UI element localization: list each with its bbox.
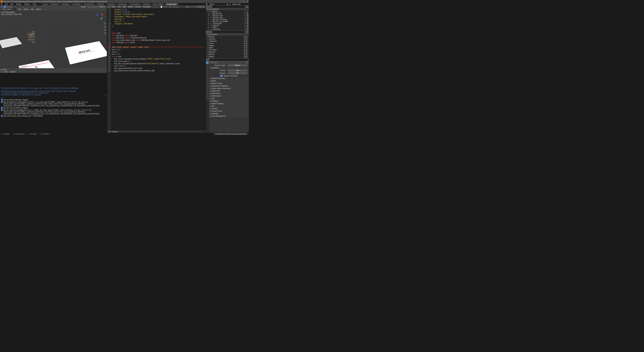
menu-file[interactable]: File xyxy=(4,3,9,5)
perspective-toggle-icon[interactable] xyxy=(104,32,106,34)
texteditor-menu-view[interactable]: View xyxy=(111,6,116,8)
tab-uv-editing[interactable]: UV Editing xyxy=(71,3,82,5)
props-section[interactable]: ▸Screen Space Reflections xyxy=(209,87,249,90)
tab-layout[interactable]: Layout xyxy=(41,3,49,5)
console-menu-view[interactable]: View xyxy=(4,71,8,73)
unlink-icon[interactable]: ⎘ xyxy=(182,6,183,8)
properties-search[interactable] xyxy=(209,59,248,61)
collection-row[interactable]: ▾ ▢ Collection ☑👁 xyxy=(206,10,249,12)
cursor-tool-button[interactable] xyxy=(7,5,9,8)
texteditor-editor-icon[interactable] xyxy=(108,5,110,8)
tab-sculpting[interactable]: Sculpting xyxy=(60,3,70,5)
props-tab-data[interactable] xyxy=(206,91,209,94)
props-tab-world[interactable] xyxy=(206,73,209,76)
snap-dropdown[interactable] xyxy=(94,5,96,8)
tab-scripting[interactable]: Scripting xyxy=(142,3,151,5)
blendfile-search[interactable] xyxy=(212,31,245,33)
props-tab-output[interactable] xyxy=(206,64,209,67)
notification-toast[interactable]: iPrint&Scan: Benachrichtigung einblenden xyxy=(214,133,248,135)
submenu-view[interactable]: View xyxy=(17,8,22,10)
blendfile-editor-icon[interactable] xyxy=(206,31,209,33)
breadcrumb-scene[interactable]: Scene xyxy=(212,61,217,63)
move-tool-button[interactable] xyxy=(10,5,12,8)
pan-icon[interactable] xyxy=(104,25,106,28)
blendfile-display-mode[interactable] xyxy=(209,31,212,33)
snap-toggle[interactable] xyxy=(90,5,93,8)
python-console[interactable]: PYTHON INTERACTIVE CONSOLE 3.9.2 (defaul… xyxy=(0,73,107,133)
zoom-icon[interactable] xyxy=(104,22,106,24)
console-expand-icon[interactable]: ▾ xyxy=(105,95,106,96)
submenu-object[interactable]: Object xyxy=(35,8,42,10)
props-tab-object[interactable] xyxy=(206,76,209,79)
current-file-row[interactable]: ▾ Current File xyxy=(206,33,249,36)
texteditor-menu-templates[interactable]: Templates xyxy=(142,6,152,8)
text-file-dropdown[interactable]: 📄 addon_add_object.py 🛡 ⎘ ✕ xyxy=(160,6,186,8)
scene-name-input[interactable] xyxy=(209,3,226,5)
props-tab-material[interactable] xyxy=(206,94,209,97)
viewport-3d[interactable]: User Orthographic (152) Collection | Pla… xyxy=(0,10,107,68)
console-menu-console[interactable]: Console xyxy=(10,71,16,73)
asset-category-row[interactable]: ▸Objects xyxy=(206,55,249,57)
properties-editor-icon[interactable] xyxy=(206,58,209,61)
menu-window[interactable]: Window xyxy=(23,3,32,5)
texteditor-menu-edit[interactable]: Edit xyxy=(122,6,126,8)
text-editor-body[interactable]: 4567891011121314151617181920212223242526… xyxy=(107,8,206,130)
props-section[interactable]: ▸Grease Pencil xyxy=(209,110,249,112)
outliner-search[interactable] xyxy=(212,6,245,8)
asset-category-row[interactable]: ▸Images xyxy=(206,44,249,47)
line-numbers-toggle[interactable] xyxy=(197,5,200,8)
code-area[interactable]: "version": (1, 0), "blender": (2, 80, 0)… xyxy=(111,8,206,130)
tab-texture-paint[interactable]: Texture Paint xyxy=(82,3,96,5)
props-tab-modifiers[interactable] xyxy=(206,79,209,82)
outliner-editor-icon[interactable] xyxy=(206,5,209,8)
tab-animation[interactable]: Animation xyxy=(106,3,116,5)
object-mode-dropdown[interactable]: Object Mode ▾ xyxy=(1,8,16,10)
props-section[interactable]: ▸Depth of Field xyxy=(209,82,249,85)
asset-category-row[interactable]: ▸Line Styles xyxy=(206,49,249,51)
asset-category-row[interactable]: ▸Cameras xyxy=(206,38,249,40)
props-tab-scene[interactable] xyxy=(206,70,209,73)
maximize-button[interactable]: ▢ xyxy=(243,0,245,3)
tab-video-editing[interactable]: Video Editing xyxy=(152,3,165,5)
camera-view-icon[interactable] xyxy=(104,29,106,31)
props-tab-render[interactable] xyxy=(206,61,209,64)
outliner-item[interactable]: ▸▽Camera.002👁📷 xyxy=(206,22,249,24)
render-engine-dropdown[interactable]: Eevee xyxy=(228,64,248,66)
outliner-item[interactable]: ▸▽BELUG_Txt_Belug👁📷 xyxy=(206,18,249,20)
viewport-denoising-checkbox[interactable]: ✓ xyxy=(220,75,222,77)
menu-edit[interactable]: Edit xyxy=(9,3,14,5)
tab-compositing[interactable]: Compositing xyxy=(128,3,141,5)
asset-category-row[interactable]: ▸Lights xyxy=(206,47,249,49)
outliner-item[interactable]: ▸▽BELUG_Cam👁📷 xyxy=(206,14,249,16)
props-section[interactable]: ▸Color Management xyxy=(209,115,249,117)
asset-category-row[interactable]: ▸Materials xyxy=(206,51,249,53)
outliner-item[interactable]: ▸▽Plane👁📷 xyxy=(206,26,249,28)
tab-add-button[interactable]: + xyxy=(178,3,182,5)
props-section[interactable]: ▸Film xyxy=(209,105,249,107)
menu-help[interactable]: Help xyxy=(32,3,38,5)
syntax-highlight-toggle[interactable] xyxy=(202,5,205,8)
props-section[interactable]: ▸Motion Blur xyxy=(209,90,249,92)
viewport-samples-input[interactable]: 16 xyxy=(228,72,248,74)
texteditor-menu-select[interactable]: Select xyxy=(127,6,134,8)
outliner-item[interactable]: ▸▽BELUG_BG👁📷 xyxy=(206,12,249,14)
blender-icon[interactable] xyxy=(1,3,2,5)
asset-category-row[interactable]: ▸Brushes xyxy=(206,36,249,38)
run-script-button[interactable]: ▶ xyxy=(186,5,189,8)
console-prompt[interactable]: >>> xyxy=(1,97,106,99)
outliner-display-mode[interactable] xyxy=(209,5,212,8)
tab-rendering[interactable]: Rendering xyxy=(117,3,128,5)
pivot-dropdown[interactable] xyxy=(88,5,90,8)
tab-shading[interactable]: Shading xyxy=(96,3,106,5)
shield-icon[interactable]: 🛡 xyxy=(180,6,181,8)
outliner-item[interactable]: ▸▽Light.001👁📷 xyxy=(206,24,249,26)
outliner-item[interactable]: ▸▽BELUG_Txt_Subtitle👁📷 xyxy=(206,20,249,22)
outliner-item[interactable]: ▸▽BELUG_Light👁📷 xyxy=(206,16,249,18)
props-section[interactable]: ▸Hair xyxy=(209,97,249,100)
props-section[interactable]: ▸Performance xyxy=(209,95,249,97)
sampling-header[interactable]: ▾Sampling xyxy=(209,66,249,69)
props-tab-constraints[interactable] xyxy=(206,88,209,91)
viewlayer-name-input[interactable] xyxy=(232,3,248,5)
console-editor-icon[interactable] xyxy=(1,70,3,73)
outliner-filter-button[interactable] xyxy=(246,5,248,8)
